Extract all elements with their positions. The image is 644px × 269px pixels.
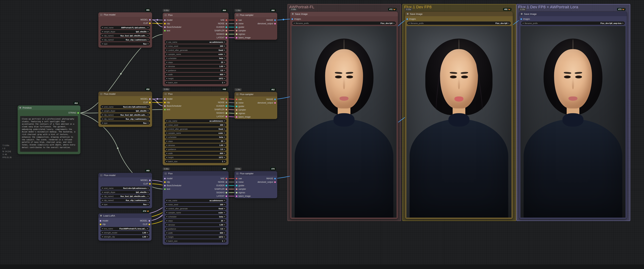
output-slot-model[interactable]: MODEL — [140, 18, 151, 21]
input-dot-noise[interactable] — [236, 23, 238, 24]
output-dot-noise[interactable] — [226, 181, 227, 183]
widget-batch-size[interactable]: batch_size1 — [165, 160, 226, 163]
increment-arrow[interactable] — [224, 60, 225, 64]
widget-type[interactable]: typeflux — [100, 121, 150, 125]
output-dot-sigmas[interactable] — [226, 112, 227, 114]
increment-arrow[interactable] — [147, 227, 148, 230]
decrement-arrow[interactable] — [166, 56, 167, 60]
output-slot-guider[interactable]: GUIDER — [216, 26, 227, 28]
increment-arrow[interactable] — [148, 30, 149, 33]
decrement-arrow[interactable] — [166, 215, 167, 218]
decrement-arrow[interactable] — [166, 148, 167, 151]
increment-arrow[interactable] — [224, 44, 225, 48]
widget-scheduler[interactable]: schedulerbeta — [165, 56, 226, 60]
output-dot-model[interactable] — [149, 180, 151, 181]
input-dot-guider[interactable] — [236, 106, 238, 107]
widget-noise-seed[interactable]: noise_seed100 — [165, 44, 226, 48]
output-dot-guider[interactable] — [226, 26, 227, 28]
increment-arrow[interactable] — [622, 21, 624, 25]
increment-arrow[interactable] — [224, 40, 225, 44]
widget-unet-name[interactable]: unet_nameflux1-dev-fp8.safetensors — [100, 105, 150, 108]
widget-scheduler[interactable]: schedulerbeta — [165, 135, 226, 139]
output-dot-image[interactable] — [274, 19, 276, 21]
node-titlebar[interactable]: Flux — [163, 171, 228, 176]
increment-arrow[interactable] — [224, 235, 225, 239]
decrement-arrow[interactable] — [102, 113, 103, 117]
decrement-arrow[interactable] — [166, 135, 167, 139]
output-slot-denoised-output[interactable]: denoised_output — [258, 181, 276, 183]
node-titlebar[interactable]: Flux-model — [98, 173, 152, 177]
decrement-arrow[interactable] — [166, 152, 167, 155]
decrement-arrow[interactable] — [102, 186, 103, 190]
output-slot-latent[interactable]: LATENT — [216, 115, 227, 118]
output-dot-image[interactable] — [274, 99, 276, 100]
input-slot-text[interactable]: text — [164, 108, 170, 111]
widget-guidance[interactable]: guidance3.5 — [165, 148, 226, 151]
increment-arrow[interactable] — [224, 69, 225, 72]
node-flux-64[interactable]: 0.00s#64FluxmodelVAEclipNOISEBasicSchedu… — [163, 13, 228, 86]
node-save-image-72[interactable]: 0.98s#72Save Imageimagesfilename_prefixF… — [290, 12, 398, 219]
decrement-arrow[interactable] — [166, 123, 167, 127]
decrement-arrow[interactable] — [166, 65, 167, 68]
decrement-arrow[interactable] — [166, 139, 167, 143]
decrement-arrow[interactable] — [166, 81, 167, 84]
decrement-arrow[interactable] — [294, 21, 294, 25]
decrement-arrow[interactable] — [166, 73, 167, 76]
input-slot-text[interactable]: text — [164, 188, 170, 190]
increment-arrow[interactable] — [224, 156, 225, 159]
output-slot-image[interactable]: IMAGE — [266, 98, 276, 100]
decrement-arrow[interactable] — [102, 121, 103, 125]
widget-width[interactable]: width600 — [165, 73, 226, 76]
node-graph-canvas[interactable]: AWPortrait-FLFlux.1 Dev FP8Flux.1 Dev FP… — [0, 0, 644, 269]
increment-arrow[interactable] — [224, 131, 225, 135]
input-slot-guider[interactable]: guider — [236, 105, 244, 108]
input-dot-sampler[interactable] — [236, 188, 238, 190]
increment-arrow[interactable] — [148, 186, 149, 190]
output-dot-model[interactable] — [149, 98, 151, 100]
input-dot-images[interactable] — [406, 18, 408, 20]
increment-arrow[interactable] — [224, 215, 225, 218]
output-dot-clip[interactable] — [148, 224, 150, 225]
increment-arrow[interactable] — [148, 38, 149, 41]
output-slot-vae[interactable]: VAE — [220, 177, 227, 180]
output-slot-clip[interactable]: CLIP — [143, 223, 150, 226]
output-slot-noise[interactable]: NOISE — [218, 101, 227, 104]
output-slot-latent[interactable]: LATENT — [216, 36, 227, 39]
decrement-arrow[interactable] — [522, 21, 524, 25]
node-save-image-73[interactable]: 0.16s#73Save Imageimagesfilename_prefixF… — [519, 12, 627, 219]
widget-width[interactable]: width600 — [165, 231, 226, 235]
node-flux-68[interactable]: 0.00s#68FluxmodelVAEclipNOISEBasicSchedu… — [163, 171, 228, 245]
input-dot-sigmas[interactable] — [236, 192, 238, 194]
increment-arrow[interactable] — [224, 119, 225, 123]
increment-arrow[interactable] — [148, 105, 149, 108]
widget-width[interactable]: width600 — [165, 152, 226, 155]
decrement-arrow[interactable] — [166, 143, 167, 147]
node-titlebar[interactable]: Flux-sampler — [234, 92, 277, 96]
increment-arrow[interactable] — [224, 56, 225, 60]
node-flux-sampler-70[interactable]: 0.54s#70Flux-samplervaeIMAGEnoisedenoise… — [234, 171, 277, 198]
output-slot-clip[interactable]: CLIP — [143, 22, 151, 24]
widget-sampler-name[interactable]: sampler_nameeuler — [165, 211, 226, 214]
widget-steps[interactable]: steps25 — [165, 60, 226, 64]
input-dot-basicscheduler[interactable] — [164, 185, 166, 186]
increment-arrow[interactable] — [224, 219, 225, 222]
node-save-image-55[interactable]: 0.15s#55Save Imageimagesfilename_prefixF… — [405, 12, 513, 219]
node-flux-model-69[interactable]: #69Flux-modelMODELCLIPunet_nameflux1-dev… — [98, 173, 152, 208]
decrement-arrow[interactable] — [102, 191, 103, 194]
decrement-arrow[interactable] — [166, 235, 167, 239]
input-slot-model[interactable]: model — [100, 220, 108, 222]
widget-clip-name1[interactable]: clip_name1flux_5xxl_fp8_e4m3fn.safe... — [100, 195, 150, 198]
node-flux-model-50[interactable]: #50Flux-modelMODELCLIPunet_nameflux1-dev… — [98, 92, 152, 127]
increment-arrow[interactable] — [224, 65, 225, 68]
input-slot-latent-image[interactable]: latent_image — [236, 116, 250, 118]
widget-lora-name[interactable]: lora_nameFlux\AWPortrait-FL-lora.saf... — [100, 227, 150, 230]
input-slot-text[interactable]: text — [164, 29, 170, 32]
increment-arrow[interactable] — [148, 109, 149, 112]
input-slot-latent-image[interactable]: latent_image — [236, 195, 250, 197]
input-slot-guider[interactable]: guider — [236, 184, 244, 187]
input-slot-latent-image[interactable]: latent_image — [236, 36, 250, 39]
increment-arrow[interactable] — [224, 203, 225, 206]
input-dot-clip[interactable] — [164, 23, 166, 24]
input-slot-images[interactable]: images — [292, 18, 301, 20]
widget-clip-name2[interactable]: clip_name2flux_clip_l.safetensors — [100, 117, 150, 121]
